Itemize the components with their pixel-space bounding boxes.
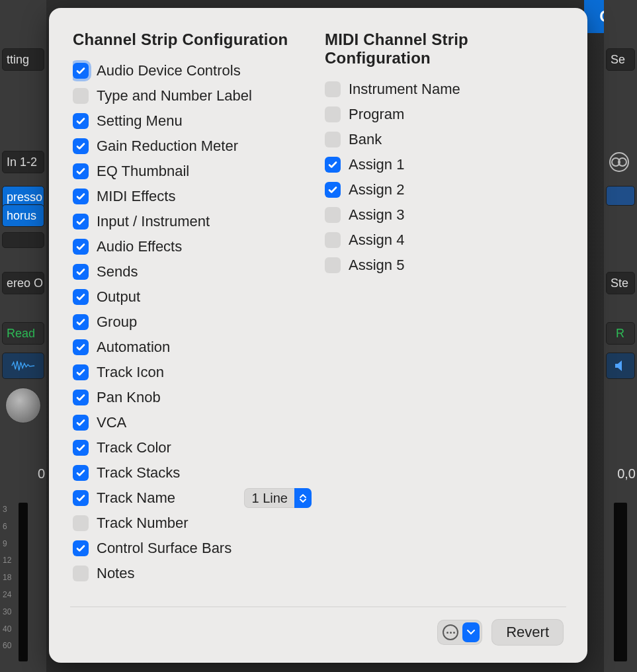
checkbox-group[interactable] — [73, 314, 89, 330]
stereo-link-icon[interactable] — [609, 152, 629, 172]
left-item-gain-reduction-meter: Gain Reduction Meter — [73, 134, 312, 159]
checkbox-track-color[interactable] — [73, 440, 89, 456]
checkbox-assign-2[interactable] — [325, 182, 341, 198]
checkbox-notes[interactable] — [73, 566, 89, 581]
checkbox-gain-reduction-meter[interactable] — [73, 138, 89, 154]
checkbox-assign-4[interactable] — [325, 232, 341, 248]
checkbox-label: Pan Knob — [97, 389, 161, 406]
checkbox-bank[interactable] — [325, 132, 341, 147]
bg-level-meter-r — [614, 503, 627, 661]
right-column: MIDI Channel Strip Configuration Instrum… — [325, 30, 564, 601]
checkbox-label: Group — [97, 314, 137, 331]
checkbox-track-number[interactable] — [73, 515, 89, 531]
checkbox-label: Output — [97, 288, 140, 306]
right-item-assign-2: Assign 2 — [325, 177, 564, 202]
checkbox-assign-5[interactable] — [325, 257, 341, 273]
left-item-pan-knob: Pan Knob — [73, 385, 312, 410]
left-item-setting-menu: Setting Menu — [73, 108, 312, 134]
bg-pan-value: 0 — [0, 466, 46, 482]
checkbox-assign-3[interactable] — [325, 207, 341, 223]
left-item-vca: VCA — [73, 410, 312, 435]
bg-output-slot[interactable]: ereo Ou — [2, 272, 44, 294]
checkbox-control-surface-bars[interactable] — [73, 540, 89, 556]
checkbox-output[interactable] — [73, 289, 89, 305]
checkbox-audio-effects[interactable] — [73, 239, 89, 255]
checkbox-program[interactable] — [325, 106, 341, 122]
bg-audiofx-2[interactable]: horus — [2, 204, 44, 227]
left-item-midi-effects: MIDI Effects — [73, 184, 312, 209]
checkbox-track-name[interactable] — [73, 490, 89, 506]
right-item-bank: Bank — [325, 127, 564, 152]
bg-track-icon-r[interactable] — [606, 353, 635, 379]
right-item-assign-3: Assign 3 — [325, 202, 564, 228]
checkbox-input-instrument[interactable] — [73, 214, 89, 230]
checkbox-vca[interactable] — [73, 415, 89, 431]
select-value: 1 Line — [252, 491, 288, 506]
bg-output-slot-r[interactable]: Ste — [606, 272, 635, 294]
checkbox-label: Assign 4 — [349, 231, 404, 249]
checkbox-label: VCA — [97, 414, 126, 431]
checkbox-eq-thumbnail[interactable] — [73, 163, 89, 179]
left-item-type-and-number-label: Type and Number Label — [73, 83, 312, 108]
bg-channel-strip-right: Se Ste R 0,0 — [604, 0, 637, 672]
checkbox-track-icon[interactable] — [73, 364, 89, 380]
checkbox-label: Automation — [97, 339, 170, 356]
checkbox-label: Type and Number Label — [97, 87, 252, 105]
checkbox-label: Sends — [97, 263, 138, 280]
left-item-eq-thumbnail: EQ Thumbnail — [73, 159, 312, 184]
checkbox-label: Track Color — [97, 439, 171, 456]
left-item-output: Output — [73, 284, 312, 310]
right-item-assign-4: Assign 4 — [325, 228, 564, 253]
checkbox-label: Gain Reduction Meter — [97, 138, 238, 155]
action-menu-button[interactable] — [437, 620, 482, 645]
bg-track-icon[interactable] — [2, 353, 44, 379]
right-item-assign-1: Assign 1 — [325, 152, 564, 177]
bg-pan-knob[interactable] — [5, 388, 41, 423]
checkbox-label: Track Number — [97, 515, 189, 532]
left-item-notes: Notes — [73, 561, 312, 586]
chevron-down-icon — [462, 622, 480, 642]
bg-right-fx-slot[interactable] — [606, 186, 635, 206]
checkbox-label: Instrument Name — [349, 81, 460, 98]
checkbox-automation[interactable] — [73, 339, 89, 355]
bg-setting-button-r[interactable]: Se — [606, 48, 635, 71]
checkbox-label: Audio Device Controls — [97, 62, 241, 79]
track-name-lines-select[interactable]: 1 Line — [244, 488, 312, 508]
bg-input-slot[interactable]: In 1-2 — [2, 151, 44, 173]
checkbox-label: Control Surface Bars — [97, 540, 232, 557]
checkbox-label: Track Icon — [97, 364, 164, 381]
right-item-assign-5: Assign 5 — [325, 253, 564, 278]
left-item-audio-effects: Audio Effects — [73, 234, 312, 259]
checkbox-instrument-name[interactable] — [325, 81, 341, 97]
bg-pan-value-r: 0,0 — [604, 466, 637, 482]
checkbox-label: Setting Menu — [97, 112, 183, 130]
checkbox-label: Assign 3 — [349, 206, 404, 224]
bg-channel-strip-left: tting In 1-2 presso horus ereo Ou Read 0… — [0, 0, 46, 672]
checkbox-assign-1[interactable] — [325, 157, 341, 173]
updown-arrows-icon — [294, 488, 312, 508]
left-item-control-surface-bars: Control Surface Bars — [73, 536, 312, 561]
bg-setting-button[interactable]: tting — [2, 48, 44, 71]
checkbox-label: Bank — [349, 131, 382, 148]
checkbox-midi-effects[interactable] — [73, 189, 89, 204]
checkbox-label: Program — [349, 106, 404, 123]
bg-meter-ticks: 3 6 9 12 18 24 30 40 60 — [3, 504, 22, 651]
checkbox-audio-device-controls[interactable] — [73, 63, 89, 79]
checkbox-label: Input / Instrument — [97, 213, 210, 230]
bg-automation-mode-r[interactable]: R — [606, 322, 635, 345]
left-item-track-name: Track Name1 Line — [73, 485, 312, 511]
checkbox-sends[interactable] — [73, 264, 89, 280]
divider — [70, 607, 566, 607]
left-item-track-number: Track Number — [73, 511, 312, 536]
revert-button[interactable]: Revert — [491, 619, 564, 646]
right-item-program: Program — [325, 102, 564, 127]
checkbox-setting-menu[interactable] — [73, 113, 89, 129]
bg-automation-mode[interactable]: Read — [2, 322, 44, 345]
left-item-audio-device-controls: Audio Device Controls — [73, 58, 312, 83]
checkbox-type-and-number-label[interactable] — [73, 88, 89, 104]
left-item-track-color: Track Color — [73, 435, 312, 460]
checkbox-track-stacks[interactable] — [73, 465, 89, 481]
right-item-instrument-name: Instrument Name — [325, 77, 564, 102]
checkbox-pan-knob[interactable] — [73, 390, 89, 405]
left-column-title: Channel Strip Configuration — [73, 30, 312, 49]
